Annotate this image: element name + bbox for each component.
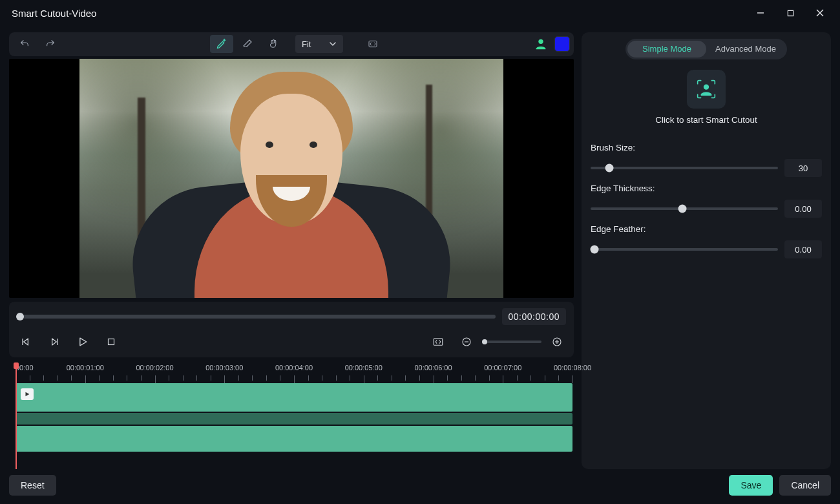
timecode-display: 00:00:00:00 [502, 308, 566, 325]
ruler-label: 00:00:02:00 [136, 364, 173, 372]
eraser-icon [242, 38, 253, 50]
ruler-label: 00:00:07:00 [484, 364, 521, 372]
video-preview[interactable] [9, 59, 574, 298]
background-color-swatch[interactable] [554, 36, 570, 52]
fit-screen-icon [432, 336, 445, 348]
time-ruler[interactable]: 00:0000:00:01:0000:00:02:0000:00:03:0000… [16, 364, 572, 383]
timeline-tracks [16, 383, 572, 452]
playhead[interactable] [16, 364, 17, 469]
redo-button[interactable] [39, 35, 62, 53]
window-controls [747, 3, 834, 23]
brush-size-value[interactable]: 30 [784, 159, 822, 177]
frame-forward-icon [48, 335, 61, 348]
audio-clip[interactable] [16, 426, 572, 452]
window-title: Smart Cutout-Video [12, 8, 96, 19]
edge-thickness-slider[interactable] [591, 207, 778, 210]
brush-size-slider[interactable] [591, 167, 778, 169]
edge-thickness-label: Edge Thickness: [591, 184, 822, 193]
properties-panel: Simple Mode Advanced Mode Click to start… [582, 32, 831, 469]
titlebar: Smart Cutout-Video [0, 0, 840, 26]
seek-bar[interactable] [17, 315, 496, 319]
undo-button[interactable] [13, 35, 36, 53]
minus-circle-icon [461, 336, 472, 348]
brush-size-label: Brush Size: [591, 143, 822, 152]
edge-thickness-value[interactable]: 0.00 [784, 200, 822, 218]
plus-circle-icon [551, 336, 563, 348]
svg-point-5 [538, 39, 543, 44]
compare-toggle[interactable] [361, 35, 384, 53]
pan-tool[interactable] [262, 35, 285, 53]
zoom-controls [457, 333, 566, 351]
editor-toolbar: Fit [9, 32, 574, 56]
svg-rect-9 [434, 338, 443, 345]
clip-divider [16, 413, 572, 425]
person-scan-icon [693, 76, 719, 102]
smart-cutout-start-text: Click to start Smart Cutout [655, 115, 757, 125]
ruler-label: 00:00:06:00 [414, 364, 452, 372]
ruler-label: 00:00:04:00 [275, 364, 313, 372]
clip-play-icon [21, 388, 34, 400]
fit-screen-button[interactable] [429, 333, 447, 351]
minimize-button[interactable] [747, 3, 774, 23]
svg-rect-1 [788, 10, 793, 16]
mode-advanced[interactable]: Advanced Mode [706, 41, 785, 58]
zoom-out-button[interactable] [457, 333, 476, 351]
edge-feather-value[interactable]: 0.00 [784, 240, 822, 258]
maximize-button[interactable] [777, 3, 804, 23]
ruler-label: 00:00:05:00 [345, 364, 383, 372]
redo-icon [45, 39, 56, 49]
save-button[interactable]: Save [729, 475, 773, 496]
subject-preview-badge[interactable] [532, 36, 549, 52]
zoom-in-button[interactable] [548, 333, 566, 351]
compare-icon [367, 39, 379, 49]
zoom-mode-label: Fit [302, 39, 311, 49]
pencil-plus-icon [215, 37, 228, 50]
mode-simple[interactable]: Simple Mode [627, 41, 706, 58]
keep-brush-tool[interactable] [210, 35, 233, 53]
stop-button[interactable] [102, 333, 120, 351]
stop-icon [105, 336, 117, 348]
svg-point-15 [704, 85, 709, 90]
close-button[interactable] [806, 3, 834, 23]
svg-rect-8 [109, 339, 114, 344]
playback-panel: 00:00:00:00 [9, 302, 574, 357]
hand-icon [268, 38, 279, 50]
play-icon [76, 335, 89, 348]
frame-forward-button[interactable] [45, 333, 63, 351]
erase-brush-tool[interactable] [236, 35, 259, 53]
timeline[interactable]: 00:0000:00:01:0000:00:02:0000:00:03:0000… [9, 364, 574, 469]
play-button[interactable] [74, 333, 92, 351]
person-icon [534, 37, 548, 51]
frame-back-button[interactable] [17, 333, 35, 351]
chevron-down-icon [329, 40, 337, 48]
video-frame [79, 59, 503, 298]
ruler-label: 00:00:08:00 [554, 364, 591, 372]
frame-back-icon [19, 335, 32, 348]
reset-button[interactable]: Reset [9, 475, 56, 496]
video-clip[interactable] [16, 383, 572, 412]
footer: Reset Save Cancel [0, 473, 840, 504]
zoom-slider[interactable] [482, 341, 541, 343]
edge-feather-label: Edge Feather: [591, 224, 822, 234]
mode-toggle: Simple Mode Advanced Mode [625, 39, 787, 59]
cancel-button[interactable]: Cancel [779, 475, 831, 496]
edge-feather-slider[interactable] [591, 248, 778, 251]
ruler-label: 00:00:03:00 [205, 364, 243, 372]
zoom-mode-select[interactable]: Fit [295, 35, 343, 53]
ruler-label: 00:00:01:00 [67, 364, 104, 372]
smart-cutout-start-button[interactable] [687, 70, 726, 109]
undo-icon [19, 39, 30, 49]
